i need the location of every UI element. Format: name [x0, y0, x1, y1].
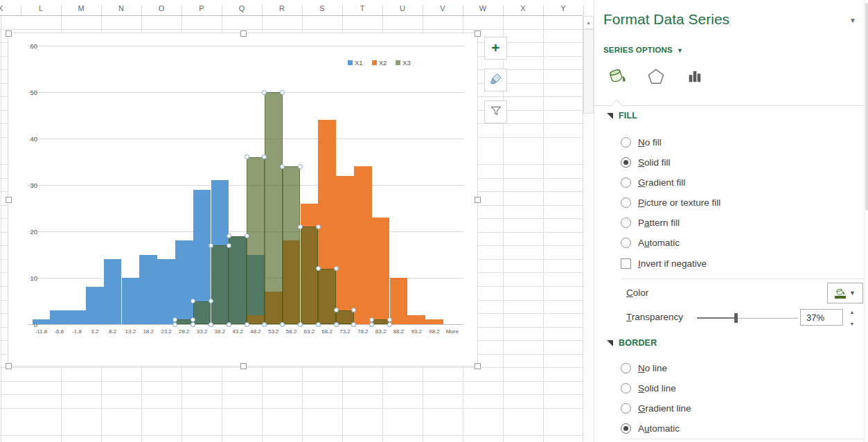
column-header-S[interactable]: S [302, 4, 342, 12]
data-point-handle[interactable] [316, 266, 321, 271]
column-header-V[interactable]: V [423, 4, 463, 12]
fill-option-automatic[interactable]: Automatic [621, 233, 720, 253]
scroll-up-arrow[interactable]: ▲ [583, 16, 594, 29]
chart-resize-handle[interactable] [6, 197, 12, 203]
tab-fill-line[interactable] [605, 67, 629, 89]
column-header-N[interactable]: N [101, 4, 141, 12]
data-point-handle[interactable] [262, 90, 267, 95]
data-point-handle[interactable] [227, 243, 231, 248]
bar-X1-28.2[interactable] [175, 240, 193, 324]
radio-selected[interactable] [621, 423, 631, 434]
bar-X3-63.2[interactable] [301, 227, 319, 324]
data-point-handle[interactable] [316, 224, 321, 229]
data-point-handle[interactable] [298, 164, 303, 169]
data-point-handle[interactable] [351, 322, 356, 327]
series-options-dropdown[interactable]: SERIES OPTIONS▼ [603, 46, 683, 54]
bar-X1-13.2[interactable] [122, 278, 140, 324]
column-header-X[interactable]: X [503, 4, 543, 12]
bar-X3-68.2[interactable] [318, 269, 336, 324]
radio-unselected[interactable] [621, 177, 631, 188]
spinner-down-icon[interactable]: ▼ [850, 321, 855, 326]
chart-legend[interactable]: X1X2X3 [348, 59, 411, 67]
bar-X2-78.2[interactable] [354, 166, 372, 324]
column-header-U[interactable]: U [382, 4, 423, 12]
chart-resize-handle[interactable] [6, 363, 12, 369]
bar-X1--6.8[interactable] [50, 310, 68, 324]
fill-option-gradient-fill[interactable]: Gradient fill [621, 173, 720, 193]
data-point-handle[interactable] [387, 317, 392, 322]
column-header-P[interactable]: P [181, 4, 222, 12]
column-header-K[interactable]: K [0, 4, 21, 12]
radio-unselected[interactable] [621, 218, 631, 228]
worksheet-vertical-scrollbar[interactable]: ▲ [583, 16, 593, 442]
column-header-O[interactable]: O [141, 4, 181, 12]
transparency-value-input[interactable]: 37% [800, 309, 843, 326]
data-point-handle[interactable] [209, 322, 213, 327]
data-point-handle[interactable] [227, 322, 231, 327]
column-header-T[interactable]: T [342, 4, 382, 12]
pane-scrollbar[interactable] [864, 0, 868, 442]
bar-X3-73.2[interactable] [336, 310, 354, 324]
border-option-solid-line[interactable]: Solid line [621, 378, 691, 398]
column-header-M[interactable]: M [61, 4, 101, 12]
data-point-handle[interactable] [298, 322, 303, 327]
radio-unselected[interactable] [621, 197, 631, 208]
transparency-spinner[interactable]: ▲ ▼ [848, 310, 856, 326]
chart-resize-handle[interactable] [6, 30, 12, 37]
fill-option-pattern-fill[interactable]: Pattern fill [621, 213, 720, 233]
radio-unselected[interactable] [621, 137, 631, 148]
bar-X1--1.8[interactable] [68, 310, 86, 324]
chart-resize-handle[interactable] [240, 30, 247, 37]
data-point-handle[interactable] [245, 154, 249, 159]
bar-X2-98.2[interactable] [425, 319, 443, 324]
data-point-handle[interactable] [334, 266, 339, 271]
column-header-Y[interactable]: Y [543, 4, 583, 12]
data-point-handle[interactable] [191, 322, 195, 327]
chart-filters-button[interactable] [484, 100, 507, 123]
bar-X3-58.2[interactable] [283, 166, 301, 324]
bar-X1-8.2[interactable] [104, 259, 122, 324]
data-point-handle[interactable] [369, 317, 374, 322]
bar-X1--11.8[interactable] [33, 319, 51, 324]
chart-elements-button[interactable]: + [484, 37, 507, 60]
radio-selected[interactable] [621, 157, 631, 168]
radio-unselected[interactable] [621, 403, 631, 414]
border-option-gradient-line[interactable]: Gradient line [621, 398, 691, 418]
bar-X3-33.2[interactable] [193, 301, 211, 325]
bar-X1-3.2[interactable] [86, 287, 104, 324]
data-point-handle[interactable] [334, 308, 339, 312]
data-point-handle[interactable] [280, 90, 285, 95]
border-option-no-line[interactable]: No line [621, 358, 691, 378]
column-header-R[interactable]: R [262, 4, 302, 12]
bar-X2-83.2[interactable] [372, 218, 390, 324]
data-point-handle[interactable] [172, 322, 177, 327]
slider-thumb[interactable] [734, 313, 738, 323]
legend-item-X3[interactable]: X3 [396, 59, 411, 67]
bar-X1-23.2[interactable] [157, 259, 175, 324]
fill-section-header[interactable]: FILL [607, 111, 637, 121]
column-header-Q[interactable]: Q [222, 4, 262, 12]
chart-resize-handle[interactable] [475, 197, 481, 203]
fill-option-no-fill[interactable]: No fill [621, 132, 720, 152]
bar-X3-48.2[interactable] [247, 157, 265, 324]
bar-X2-88.2[interactable] [390, 278, 408, 324]
column-header-L[interactable]: L [21, 4, 61, 12]
fill-option-picture-or-texture-fill[interactable]: Picture or texture fill [621, 193, 720, 213]
border-option-automatic[interactable]: Automatic [621, 418, 691, 439]
tab-effects[interactable] [644, 67, 668, 89]
bar-X2-93.2[interactable] [407, 315, 425, 324]
fill-color-button[interactable]: ▼ [827, 283, 863, 303]
data-point-handle[interactable] [245, 322, 249, 327]
radio-unselected[interactable] [621, 238, 631, 248]
data-point-handle[interactable] [316, 322, 321, 327]
radio-unselected[interactable] [621, 383, 631, 394]
data-point-handle[interactable] [334, 322, 339, 327]
legend-item-X1[interactable]: X1 [348, 59, 363, 67]
data-point-handle[interactable] [209, 243, 213, 248]
data-point-handle[interactable] [209, 299, 213, 303]
data-point-handle[interactable] [280, 322, 285, 327]
bar-X3-43.2[interactable] [229, 236, 247, 324]
chart-resize-handle[interactable] [240, 363, 247, 369]
data-point-handle[interactable] [387, 322, 392, 327]
data-point-handle[interactable] [245, 233, 249, 238]
